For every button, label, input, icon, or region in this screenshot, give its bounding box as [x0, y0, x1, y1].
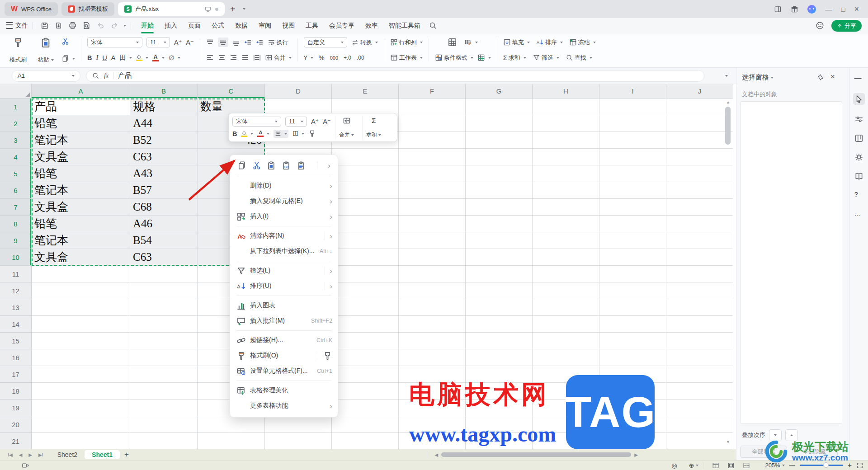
cell-H5[interactable]	[533, 165, 599, 182]
horizontal-scrollbar[interactable]	[441, 452, 631, 457]
freeze-button[interactable]: 冻结	[569, 38, 596, 47]
row-header-20[interactable]: 20	[0, 416, 32, 433]
decrease-indent-icon[interactable]	[244, 38, 252, 46]
cell-A12[interactable]	[32, 282, 130, 299]
cell-J4[interactable]	[666, 149, 733, 165]
cell-E16[interactable]	[332, 349, 399, 366]
prev-sheet-icon[interactable]: ◀	[19, 452, 23, 457]
cell-G16[interactable]	[466, 349, 533, 366]
cell-G14[interactable]	[466, 316, 533, 333]
cell-E21[interactable]	[332, 433, 399, 449]
cell-G11[interactable]	[466, 266, 533, 282]
row-header-2[interactable]: 2	[0, 115, 32, 132]
select-tool-icon[interactable]	[853, 93, 865, 105]
row-header-19[interactable]: 19	[0, 400, 32, 416]
cell-E14[interactable]	[332, 316, 399, 333]
cell-F12[interactable]	[399, 282, 466, 299]
cell-G13[interactable]	[466, 299, 533, 316]
cell-F6[interactable]	[399, 182, 466, 199]
cell-E13[interactable]	[332, 299, 399, 316]
cell-I14[interactable]	[599, 316, 666, 333]
cell-I9[interactable]	[599, 232, 666, 249]
page-layout-view-icon[interactable]	[727, 462, 735, 469]
file-menu[interactable]: 文件	[15, 22, 28, 30]
clear-format-button[interactable]: ∅	[169, 54, 180, 61]
cell-E17[interactable]	[332, 366, 399, 383]
cell-E9[interactable]	[332, 232, 399, 249]
borders-button[interactable]: 田	[119, 53, 132, 62]
cell-G1[interactable]	[466, 99, 533, 115]
currency-format-button[interactable]: ¥	[304, 54, 313, 61]
export-icon[interactable]	[54, 21, 63, 30]
cell-I6[interactable]	[599, 182, 666, 199]
cell-E19[interactable]	[332, 400, 399, 416]
cell-E4[interactable]	[332, 149, 399, 165]
sheet-tab-sheet1[interactable]: Sheet1	[85, 450, 120, 459]
cell-F5[interactable]	[399, 165, 466, 182]
cell-F2[interactable]	[399, 115, 466, 132]
fx-icon[interactable]: fx	[104, 72, 108, 80]
cell-F16[interactable]	[399, 349, 466, 366]
zoom-caret[interactable]	[782, 465, 785, 466]
collapse-icon[interactable]: —	[854, 74, 863, 83]
cell-E12[interactable]	[332, 282, 399, 299]
column-header-I[interactable]: I	[599, 84, 666, 99]
paste-button[interactable]: 粘贴	[34, 36, 57, 64]
cell-I2[interactable]	[599, 115, 666, 132]
column-header-D[interactable]: D	[265, 84, 332, 99]
cell-G2[interactable]	[466, 115, 533, 132]
name-box[interactable]: A1	[12, 70, 80, 82]
copy-button[interactable]	[61, 55, 75, 62]
align-center-icon[interactable]	[218, 54, 226, 61]
cell-F11[interactable]	[399, 266, 466, 282]
cell-I16[interactable]	[599, 349, 666, 366]
cell-B12[interactable]	[130, 282, 198, 299]
cell-I13[interactable]	[599, 299, 666, 316]
number-format-select[interactable]: 自定义	[304, 37, 347, 47]
italic-button[interactable]: I	[96, 54, 98, 61]
cell-H1[interactable]	[533, 99, 599, 115]
cell-B21[interactable]	[130, 433, 198, 449]
cell-J21[interactable]	[666, 433, 733, 449]
cell-A20[interactable]	[32, 416, 130, 433]
hscroll-left-arrow[interactable]: ◀	[435, 452, 439, 457]
column-header-F[interactable]: F	[399, 84, 466, 99]
cell-G8[interactable]	[466, 216, 533, 232]
cell-B18[interactable]	[130, 383, 198, 400]
gift-icon[interactable]	[791, 5, 798, 13]
merge-cells-button[interactable]: 合并	[265, 54, 292, 62]
cell-A1[interactable]: 产品	[32, 99, 130, 115]
cell-G4[interactable]	[466, 149, 533, 165]
cell-H8[interactable]	[533, 216, 599, 232]
align-middle-icon[interactable]	[218, 38, 228, 47]
row-header-3[interactable]: 3	[0, 132, 32, 149]
cell-E6[interactable]	[332, 182, 399, 199]
cell-F14[interactable]	[399, 316, 466, 333]
cell-A6[interactable]: 笔记本	[32, 182, 130, 199]
save-icon[interactable]	[40, 21, 49, 30]
tab-docer-templates[interactable]: 找稻壳模板	[61, 2, 114, 16]
cell-A17[interactable]	[32, 366, 130, 383]
cell-J17[interactable]	[666, 366, 733, 383]
cell-B13[interactable]	[130, 299, 198, 316]
cell-I12[interactable]	[599, 282, 666, 299]
cell-A2[interactable]: 铅笔	[32, 115, 130, 132]
paste-icon[interactable]	[267, 160, 276, 170]
cell-G9[interactable]	[466, 232, 533, 249]
thousands-format-button[interactable]: 000	[330, 55, 338, 61]
cell-B16[interactable]	[130, 349, 198, 366]
column-header-B[interactable]: B	[130, 84, 198, 99]
cell-I8[interactable]	[599, 216, 666, 232]
cell-I7[interactable]	[599, 199, 666, 216]
cell-I5[interactable]	[599, 165, 666, 182]
cell-G7[interactable]	[466, 199, 533, 216]
cell-B7[interactable]: C68	[130, 199, 198, 216]
scroll-up-arrow[interactable]: ▲	[726, 100, 730, 104]
cell-H6[interactable]	[533, 182, 599, 199]
cell-A19[interactable]	[32, 400, 130, 416]
feedback-icon[interactable]	[816, 21, 824, 30]
sort-button[interactable]: A排序	[536, 38, 563, 47]
first-sheet-icon[interactable]: Ⅰ◀	[8, 452, 13, 457]
row-header-1[interactable]: 1	[0, 99, 32, 115]
font-size-select[interactable]: 11	[146, 37, 170, 47]
